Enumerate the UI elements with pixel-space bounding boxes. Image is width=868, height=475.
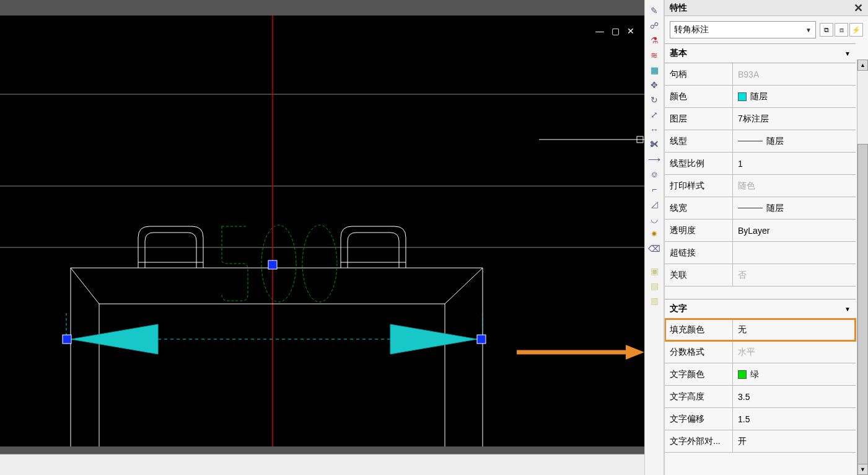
section-basic-header[interactable]: 基本 ▼ [665, 43, 856, 63]
prop-color-value[interactable]: 随层 [733, 86, 856, 107]
prop-hyperlink-label: 超链接 [665, 242, 733, 264]
prop-textoffset-label: 文字偏移 [665, 408, 733, 430]
qselect-icon[interactable]: ⧉ [820, 23, 833, 37]
prop-ltscale-value[interactable]: 1 [733, 153, 856, 174]
collapse-icon: ▼ [844, 306, 851, 313]
move-icon[interactable]: ✥ [647, 78, 661, 92]
prop-textcolor-row: 文字颜色 绿 [665, 363, 856, 386]
prop-fracformat-value: 水平 [733, 341, 856, 363]
prop-textheight-value[interactable]: 3.5 [733, 386, 856, 407]
section-text-title: 文字 [670, 303, 687, 314]
chamfer-icon[interactable]: ◿ [647, 197, 661, 211]
svg-point-17 [302, 225, 337, 302]
prop-color-text: 随层 [750, 91, 768, 102]
svg-rect-25 [268, 260, 277, 269]
trim-icon[interactable]: ✀ [647, 138, 661, 151]
stretch-icon[interactable]: ↔ [647, 123, 661, 136]
flash-icon[interactable]: ⚡ [849, 23, 863, 37]
prop-plotstyle-label: 打印样式 [665, 175, 733, 197]
extend-icon[interactable]: ⟶ [647, 153, 661, 166]
color-swatch-icon [738, 92, 747, 101]
prop-hyperlink-value[interactable] [733, 242, 856, 264]
prop-textoffset-value[interactable]: 1.5 [733, 408, 856, 430]
prop-fillcolor-label: 填充颜色 [665, 319, 733, 340]
scroll-down-icon[interactable]: ▼ [857, 464, 868, 475]
fillet-icon[interactable]: ◡ [647, 212, 661, 226]
mirror-icon[interactable]: ⚗ [647, 33, 661, 47]
array-icon[interactable]: ▦ [647, 63, 661, 77]
prop-layer-label: 图层 [665, 108, 733, 130]
prop-ltscale-row: 线型比例 1 [665, 153, 856, 175]
prop-textoffset-row: 文字偏移 1.5 [665, 408, 856, 430]
prop-handle-row: 句柄 B93A [665, 63, 856, 86]
drawing-canvas-area: — ▢ ✕ [0, 0, 644, 475]
scroll-up-icon[interactable]: ▲ [857, 60, 868, 71]
layer3-icon[interactable]: ▥ [647, 294, 661, 308]
prop-transparency-row: 透明度 ByLayer [665, 220, 856, 242]
section-text-header[interactable]: 文字 ▼ [665, 299, 856, 319]
prop-color-label: 颜色 [665, 86, 733, 107]
tool-palette: ✎ ☍ ⚗ ≋ ▦ ✥ ↻ ⤢ ↔ ✀ ⟶ ⎊ ⌐ ◿ ◡ ✷ ⌫ ▣ ▤ ▥ [644, 0, 664, 475]
prop-lineweight-value[interactable]: 随层 [733, 197, 856, 219]
properties-title: 特性 [670, 2, 687, 14]
svg-line-9 [445, 268, 483, 304]
svg-marker-21 [71, 324, 158, 354]
prop-hyperlink-row: 超链接 [665, 242, 856, 264]
prop-ltscale-label: 线型比例 [665, 153, 733, 174]
svg-marker-22 [390, 324, 477, 354]
prop-plotstyle-row: 打印样式 随色 [665, 175, 856, 197]
join-icon[interactable]: ⌐ [647, 182, 661, 196]
prop-textcolor-value[interactable]: 绿 [733, 363, 856, 385]
prop-linetype-text: 随层 [766, 136, 784, 147]
scroll-thumb[interactable] [857, 144, 868, 466]
prop-color-row: 颜色 随层 [665, 86, 856, 108]
drawing-svg [0, 16, 644, 446]
collapse-icon: ▼ [844, 50, 851, 57]
entity-type-selector[interactable]: 转角标注 ▼ [670, 21, 816, 38]
prop-fillcolor-row: 填充颜色 无 [665, 319, 856, 341]
panel-close-icon[interactable]: ✕ [854, 1, 863, 15]
prop-textheight-row: 文字高度 3.5 [665, 386, 856, 408]
section-basic-title: 基本 [670, 48, 687, 59]
prop-transparency-value[interactable]: ByLayer [733, 220, 856, 241]
properties-header: 特性 ✕ [665, 0, 868, 16]
prop-fillcolor-value[interactable]: 无 [733, 319, 856, 340]
prop-plotstyle-value: 随色 [733, 175, 856, 197]
prop-layer-row: 图层 7标注层 [665, 108, 856, 130]
layer1-icon[interactable]: ▣ [647, 264, 661, 278]
pickadd-icon[interactable]: ⧈ [835, 23, 848, 37]
explode-icon[interactable]: ✷ [647, 227, 661, 241]
svg-rect-23 [63, 335, 71, 344]
scale-icon[interactable]: ⤢ [647, 108, 661, 122]
prop-handle-value: B93A [733, 63, 856, 85]
prop-lineweight-label: 线宽 [665, 197, 733, 219]
chevron-down-icon: ▼ [805, 27, 812, 33]
prop-associative-value: 否 [733, 264, 856, 286]
prop-transparency-label: 透明度 [665, 220, 733, 241]
prop-textcolor-label: 文字颜色 [665, 363, 733, 385]
svg-point-16 [261, 225, 296, 302]
prop-lineweight-text: 随层 [766, 203, 784, 214]
prop-textcolor-text: 绿 [750, 369, 759, 380]
color-swatch-icon [738, 370, 747, 379]
scrollbar[interactable]: ▲ ▼ [857, 60, 868, 475]
status-bar [0, 454, 644, 475]
prop-linetype-row: 线型 随层 [665, 130, 856, 153]
svg-rect-24 [477, 335, 486, 344]
pencil-icon[interactable]: ✎ [647, 4, 661, 17]
prop-associative-label: 关联 [665, 264, 733, 286]
prop-fracformat-row: 分数格式 水平 [665, 341, 856, 363]
prop-lineweight-row: 线宽 随层 [665, 197, 856, 220]
prop-layer-value[interactable]: 7标注层 [733, 108, 856, 130]
rotate-icon[interactable]: ↻ [647, 93, 661, 107]
link-icon[interactable]: ☍ [647, 19, 661, 32]
prop-textoutside-value[interactable]: 开 [733, 430, 856, 452]
lineweight-swatch-icon [738, 208, 763, 208]
layer2-icon[interactable]: ▤ [647, 279, 661, 293]
offset-icon[interactable]: ≋ [647, 48, 661, 62]
prop-linetype-value[interactable]: 随层 [733, 130, 856, 152]
erase-icon[interactable]: ⌫ [647, 242, 661, 255]
prop-textoutside-label: 文字外部对... [665, 430, 733, 452]
entity-type-value: 转角标注 [674, 24, 709, 35]
break-icon[interactable]: ⎊ [647, 167, 661, 181]
